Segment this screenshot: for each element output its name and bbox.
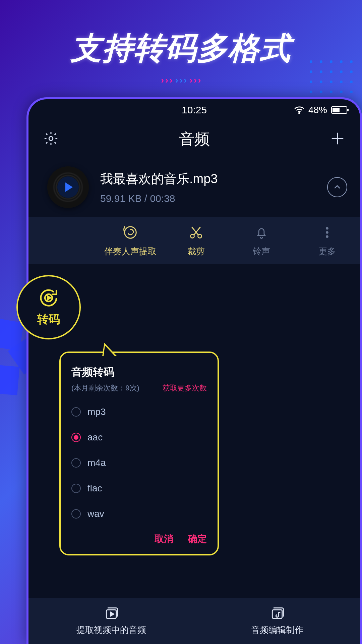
format-label: flac [87,483,102,494]
svg-point-4 [198,234,201,238]
svg-point-6 [326,231,328,234]
transcode-callout: 转码 [16,275,81,339]
collapse-button[interactable] [327,177,347,197]
format-option-aac[interactable]: aac [71,425,207,450]
phone-frame: 10:25 48% 音频 我最喜欢的音乐.mp3 59 [26,97,362,644]
more-icon [320,225,334,239]
scissors-icon [189,225,203,240]
nav-extract-audio[interactable]: 提取视频中的音频 [28,598,194,644]
format-option-wav[interactable]: wav [71,501,207,527]
nav-audio-edit[interactable]: 音频编辑制作 [194,598,360,644]
audio-thumbnail[interactable] [47,166,89,208]
transcode-icon [38,287,59,308]
svg-point-7 [326,235,328,238]
svg-point-3 [190,234,194,238]
format-option-flac[interactable]: flac [71,476,207,501]
radio-icon [71,509,81,519]
action-more[interactable]: 更多 [294,224,360,257]
nav-label: 音频编辑制作 [251,624,303,636]
status-bar: 10:25 48% [28,99,360,121]
format-option-mp3[interactable]: mp3 [71,399,207,425]
action-label: 更多 [318,246,336,257]
wifi-icon [294,106,304,114]
app-header: 音频 [28,121,360,158]
action-trim[interactable]: 裁剪 [163,224,229,257]
audio-item[interactable]: 我最喜欢的音乐.mp3 59.91 KB / 00:38 [28,158,360,217]
popup-get-more[interactable]: 获取更多次数 [163,383,207,393]
format-option-m4a[interactable]: m4a [71,450,207,476]
transcode-popup: 音频转码 (本月剩余次数：9次) 获取更多次数 mp3 aac m4a [59,352,219,555]
vocal-extract-icon [123,225,138,240]
status-time: 10:25 [182,104,207,116]
popup-title: 音频转码 [71,365,207,380]
radio-icon [71,407,81,417]
action-ringtone[interactable]: 铃声 [229,224,295,257]
format-label: mp3 [87,407,106,417]
svg-point-2 [125,227,136,238]
add-button[interactable] [330,131,345,148]
cancel-button[interactable]: 取消 [155,533,173,545]
radio-icon [71,458,81,468]
radio-icon [71,484,81,493]
plus-icon [330,131,345,146]
popup-remaining: (本月剩余次数：9次) [71,383,139,393]
action-label: 铃声 [253,246,270,257]
action-bar: 伴奏人声提取 裁剪 铃声 [28,217,360,264]
action-label: 裁剪 [187,246,205,257]
format-list: mp3 aac m4a flac wav [71,399,207,527]
confirm-button[interactable]: 确定 [188,533,207,545]
battery-icon [331,106,347,114]
gear-icon [43,131,59,146]
audio-filename: 我最喜欢的音乐.mp3 [100,170,316,187]
svg-point-5 [326,227,328,230]
video-audio-icon [104,606,119,621]
action-label: 伴奏人声提取 [104,246,157,257]
chevron-up-icon [333,183,342,192]
play-icon [65,182,73,192]
audio-meta: 59.91 KB / 00:38 [100,193,316,204]
settings-button[interactable] [43,131,59,148]
hero-title: 支持转码多格式 [0,28,362,69]
transcode-callout-label: 转码 [37,312,60,327]
radio-icon [71,433,81,442]
svg-point-0 [299,113,300,114]
nav-label: 提取视频中的音频 [76,624,146,636]
action-vocal-extract[interactable]: 伴奏人声提取 [98,224,163,257]
bottom-nav: 提取视频中的音频 音频编辑制作 [28,598,360,644]
format-label: m4a [87,458,106,468]
status-battery-pct: 48% [308,105,327,115]
format-label: wav [87,508,104,519]
format-label: aac [87,432,103,443]
page-title: 音频 [179,129,210,150]
music-edit-icon [270,606,285,621]
bell-icon [254,225,268,239]
hero-chevrons: ››› ››› ››› [0,75,362,86]
svg-point-1 [49,137,53,141]
